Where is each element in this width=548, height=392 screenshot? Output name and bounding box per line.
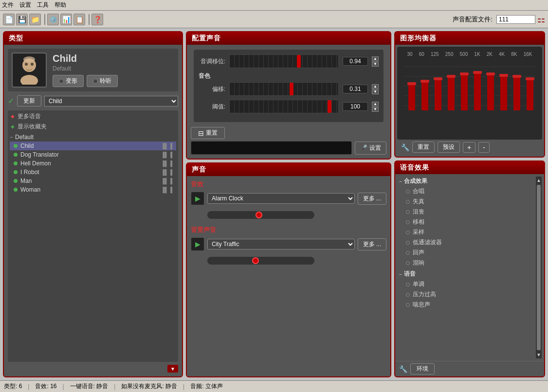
- text-settings-button[interactable]: 🎤 设置: [355, 142, 386, 155]
- voice-dot-hell: [14, 161, 18, 165]
- bg-select[interactable]: City Traffic: [207, 239, 355, 249]
- effects-scroll-thumb[interactable]: [537, 185, 541, 350]
- folder-default[interactable]: − Default: [10, 133, 176, 142]
- echo-dot: [406, 251, 410, 255]
- svg-rect-20: [421, 81, 428, 110]
- bias-spin-up[interactable]: ▲: [372, 84, 379, 89]
- voice-item-name-dog: Dog Translator: [20, 151, 158, 158]
- config-reset-button[interactable]: ⊟ 重置: [191, 127, 225, 139]
- effects-item-distort[interactable]: 失真: [397, 196, 533, 207]
- effects-item-pressure[interactable]: 压力过高: [397, 289, 533, 300]
- eq-plus-button[interactable]: +: [463, 142, 475, 153]
- svg-rect-26: [500, 75, 507, 110]
- toolbar-new[interactable]: 📄: [3, 14, 15, 25]
- voice-item-robot[interactable]: I Robot ▐▌▐: [10, 168, 176, 177]
- bg-play-button[interactable]: ▶: [191, 237, 204, 251]
- voice-item-name-man: Man: [20, 178, 158, 184]
- bg-more-button[interactable]: 更多 ...: [358, 238, 386, 250]
- voice-preset: Default: [53, 65, 118, 72]
- reset-eq-icon: ⊟: [198, 129, 204, 137]
- toolbar-settings[interactable]: ⚙️: [47, 14, 59, 25]
- sample-label: 采样: [413, 228, 424, 236]
- effects-item-lowpass[interactable]: 低通滤波器: [397, 237, 533, 248]
- threshold-spin-up[interactable]: ▲: [372, 102, 379, 107]
- pitch-slider[interactable]: [229, 54, 339, 68]
- right-panel: 图形均衡器 30 60 125 250 500 1K 2K 4K 8K: [394, 31, 545, 377]
- transform-button[interactable]: 变形: [53, 75, 84, 87]
- toolbar-help[interactable]: ❓: [91, 14, 103, 25]
- voice-text-input[interactable]: [191, 141, 352, 155]
- toolbar-save[interactable]: 💾: [16, 14, 28, 25]
- effects-group-synthesis: − 合成效果 合唱 失真: [397, 176, 533, 268]
- lowpass-dot: [406, 241, 410, 245]
- pitch-value[interactable]: [343, 57, 368, 66]
- avatar: [12, 53, 47, 88]
- menu-tools[interactable]: 工具: [37, 1, 49, 9]
- voice-item-name-child: Child: [20, 143, 158, 149]
- update-button[interactable]: 更新: [17, 95, 41, 107]
- eq-preset-button[interactable]: 预设: [438, 142, 460, 153]
- text-input-row: 🎤 设置: [191, 141, 386, 155]
- env-wrench-icon: 🔧: [399, 365, 407, 373]
- voice-item-woman[interactable]: Woman ▐▌▐: [10, 185, 176, 194]
- voice-dropdown[interactable]: Child Dog Translator Hell Demon I Robot …: [44, 96, 178, 107]
- listen-button[interactable]: 聆听: [87, 75, 118, 87]
- voice-item-dog[interactable]: Dog Translator ▐▌▐: [10, 150, 176, 159]
- bias-slider[interactable]: [229, 82, 339, 96]
- effects-group-voice-label[interactable]: − 语音: [397, 269, 533, 279]
- sound-panel-header: 声音: [187, 163, 390, 176]
- effects-scroll-up-btn[interactable]: ▲: [536, 177, 542, 184]
- voice-bars-woman: ▐▌▐: [161, 187, 172, 193]
- bg-volume-slider[interactable]: [207, 257, 314, 265]
- threshold-value[interactable]: [343, 102, 368, 111]
- effects-item-depress[interactable]: 沮丧: [397, 207, 533, 217]
- sfx-select[interactable]: Alarm Clock: [207, 193, 355, 204]
- menu-help[interactable]: 帮助: [55, 1, 66, 9]
- bias-value[interactable]: [343, 85, 368, 93]
- threshold-slider[interactable]: [229, 100, 339, 113]
- effects-item-echo[interactable]: 回声: [397, 248, 533, 258]
- voice-item-man[interactable]: Man ▐▌▐: [10, 177, 176, 185]
- voice-item-hell[interactable]: Hell Demon ▐▌▐: [10, 159, 176, 168]
- effects-item-phase[interactable]: 移相: [397, 217, 533, 227]
- effects-item-sample[interactable]: 采样: [397, 227, 533, 237]
- toolbar-clipboard[interactable]: 📋: [73, 14, 85, 25]
- toolbar-chart[interactable]: 📊: [60, 14, 72, 25]
- voice-group-name: 语音: [404, 270, 416, 278]
- pitch-spin-down[interactable]: ▼: [372, 62, 379, 67]
- pitch-spin-up[interactable]: ▲: [372, 56, 379, 61]
- effects-group-synthesis-label[interactable]: − 合成效果: [397, 176, 533, 186]
- toolbar-open[interactable]: 📁: [29, 14, 41, 25]
- effects-item-monotone[interactable]: 单调: [397, 279, 533, 289]
- lowpass-label: 低通滤波器: [413, 238, 442, 247]
- freq-16k: 16K: [524, 52, 532, 57]
- sfx-more-button[interactable]: 更多 ...: [358, 193, 386, 205]
- svg-rect-28: [527, 79, 533, 110]
- bg-label: 背景声音: [191, 226, 386, 234]
- effects-item-chorus[interactable]: 合唱: [397, 186, 533, 196]
- more-voices-row[interactable]: ✦ 更多语音: [10, 112, 176, 121]
- voice-arrow-icon: −: [399, 271, 402, 277]
- voice-item-name-hell: Hell Demon: [20, 160, 158, 167]
- sfx-slider-thumb: [256, 212, 262, 218]
- effects-item-wheeze[interactable]: 喘息声: [397, 300, 533, 310]
- menu-file[interactable]: 文件: [2, 1, 14, 9]
- effects-scroll-down-btn[interactable]: ▼: [536, 351, 542, 358]
- list-scroll-down[interactable]: ▼: [167, 365, 178, 373]
- bias-spin-down[interactable]: ▼: [372, 89, 379, 94]
- menu-settings[interactable]: 设置: [19, 1, 31, 9]
- synthesis-arrow-icon: −: [399, 178, 402, 184]
- filter-icon[interactable]: ⚏: [537, 14, 545, 25]
- sfx-label: 音效: [191, 180, 386, 189]
- env-button[interactable]: 环境: [410, 363, 435, 374]
- sfx-volume-slider[interactable]: [207, 211, 314, 219]
- show-favorites-row[interactable]: ✦ 显示收藏夹: [10, 123, 176, 131]
- eq-minus-button[interactable]: -: [478, 142, 490, 153]
- effects-item-reverb[interactable]: 混响: [397, 258, 533, 268]
- threshold-spin-down[interactable]: ▼: [372, 107, 379, 112]
- svg-rect-19: [408, 84, 415, 110]
- voice-item-child[interactable]: Child ▐▌▐: [10, 142, 176, 150]
- sfx-play-button[interactable]: ▶: [191, 192, 204, 205]
- profile-input[interactable]: [496, 15, 535, 24]
- eq-reset-button[interactable]: 重置: [412, 142, 435, 153]
